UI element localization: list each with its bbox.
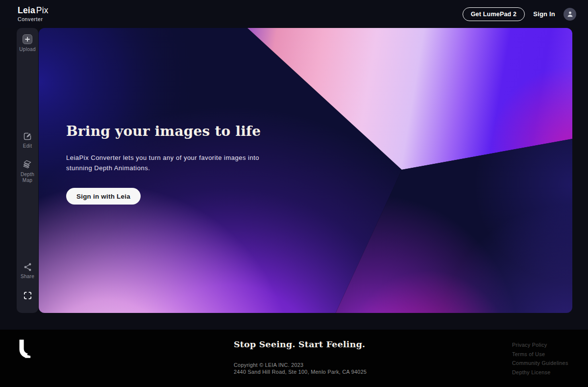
fullscreen-icon: [23, 291, 32, 300]
app-header: LeiaPix Converter Get LumePad 2 Sign In: [0, 0, 588, 28]
leia-l-icon: [18, 339, 31, 359]
sign-in-button[interactable]: Sign In: [533, 10, 555, 18]
upload-plus-icon: [22, 34, 33, 45]
leia-logo-mark: [18, 339, 31, 361]
get-lumepad-button[interactable]: Get LumePad 2: [463, 7, 525, 21]
hero-title: Bring your images to life: [66, 123, 292, 139]
sign-in-with-leia-button[interactable]: Sign in with Leia: [66, 188, 141, 205]
logo-subtitle: Converter: [18, 17, 49, 22]
copyright-line-1: Copyright © LEIA INC. 2023: [234, 362, 367, 369]
footer-link-terms-of-use[interactable]: Terms of Use: [512, 350, 568, 359]
sidebar-item-upload-label: Upload: [19, 47, 36, 52]
footer-link-depthy-license[interactable]: Depthy License: [512, 368, 568, 377]
depth-map-layers-icon: [23, 159, 33, 170]
sidebar-item-depth-map-label: Depth Map: [17, 172, 38, 183]
footer-tagline: Stop Seeing. Start Feeling.: [234, 339, 367, 349]
account-avatar-button[interactable]: [564, 8, 576, 21]
hero-description: LeiaPix Converter lets you turn any of y…: [66, 153, 268, 173]
copyright-line-2: 2440 Sand Hill Road, Ste 100, Menlo Park…: [234, 369, 367, 376]
logo-brand: LeiaPix: [18, 6, 49, 15]
page-footer: Stop Seeing. Start Feeling. Copyright © …: [0, 330, 588, 387]
logo-brand-bold: Leia: [18, 5, 35, 15]
hero-section: Bring your images to life LeiaPix Conver…: [39, 28, 572, 313]
header-actions: Get LumePad 2 Sign In: [463, 7, 576, 21]
edit-pencil-icon: [23, 131, 32, 141]
sidebar-item-edit[interactable]: Edit: [17, 131, 38, 149]
sidebar-item-share[interactable]: Share: [17, 262, 38, 280]
leiapix-logo[interactable]: LeiaPix Converter: [18, 6, 49, 22]
sidebar-item-upload[interactable]: Upload: [17, 34, 38, 52]
logo-brand-light: Pix: [36, 5, 49, 15]
sidebar-item-fullscreen[interactable]: [17, 291, 38, 300]
footer-link-community-guidelines[interactable]: Community Guidelines: [512, 359, 568, 368]
footer-copyright: Copyright © LEIA INC. 2023 2440 Sand Hil…: [234, 362, 367, 375]
sidebar-item-depth-map[interactable]: Depth Map: [17, 159, 38, 183]
user-icon: [566, 10, 574, 18]
footer-links: Privacy Policy Terms of Use Community Gu…: [512, 340, 568, 377]
tools-sidebar: Upload Edit Depth Map Share: [17, 28, 38, 313]
share-icon: [23, 262, 32, 272]
sidebar-item-edit-label: Edit: [23, 143, 32, 149]
hero-content: Bring your images to life LeiaPix Conver…: [66, 123, 292, 205]
footer-link-privacy-policy[interactable]: Privacy Policy: [512, 340, 568, 350]
sidebar-item-share-label: Share: [21, 274, 34, 280]
footer-center-block: Stop Seeing. Start Feeling. Copyright © …: [234, 339, 367, 375]
